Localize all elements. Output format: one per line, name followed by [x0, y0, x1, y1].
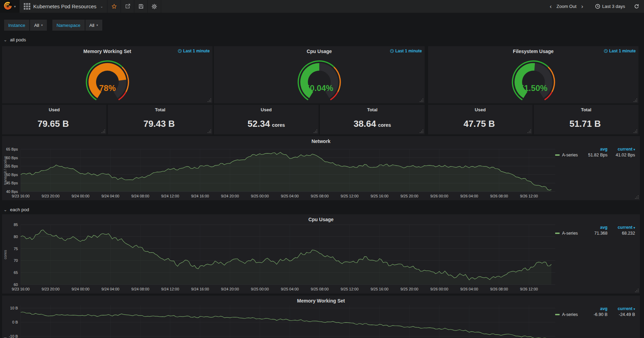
caret-down-icon: ▾ — [41, 23, 43, 27]
gear-icon — [151, 3, 157, 10]
gauge: 50.04% — [293, 55, 345, 107]
x-tick-label: 9/24 04:00 — [102, 194, 120, 198]
dashboard-picker[interactable]: Kubernetes Pod Resources ⌄ — [20, 0, 108, 13]
y-tick-label: 85 — [14, 223, 18, 227]
panel-resize-handle[interactable] — [635, 195, 638, 199]
x-tick-label: 9/24 16:00 — [191, 194, 209, 198]
panel-title[interactable]: Used — [2, 107, 106, 112]
legend-series[interactable]: A-series — [555, 153, 582, 157]
stat-value: 52.34cores — [214, 119, 319, 129]
x-tick-label: 9/26 12:00 — [520, 287, 538, 291]
y-axis-label: transmit / receive — [3, 156, 7, 185]
y-tick-label: 80 — [14, 235, 18, 239]
clock-icon — [595, 4, 600, 9]
panel-title[interactable]: Total — [108, 107, 212, 112]
row-toggle-each-pod[interactable]: ⌄ each pod — [3, 206, 29, 213]
y-tick-label: 10 B — [10, 306, 18, 310]
time-range-button[interactable]: Last 3 days — [595, 4, 625, 9]
legend-sort-current[interactable]: current▾ — [607, 225, 635, 230]
panel-resize-handle[interactable] — [101, 129, 105, 133]
panel-resize-handle[interactable] — [419, 129, 423, 133]
panel-resize-handle[interactable] — [633, 98, 637, 102]
legend-sort-avg[interactable]: avg — [582, 147, 607, 152]
legend-avg-value: 71.368 — [582, 231, 607, 236]
panel-resize-handle[interactable] — [419, 98, 423, 102]
legend-sort-current[interactable]: current▾ — [607, 147, 635, 152]
legend-sort-avg[interactable]: avg — [582, 306, 607, 311]
grafana-logo-icon — [3, 1, 12, 12]
panel-resize-handle[interactable] — [635, 288, 638, 292]
series-color-dash — [555, 233, 560, 234]
legend-series[interactable]: A-series — [555, 231, 582, 236]
x-tick-label: 9/24 20:00 — [221, 287, 239, 291]
svg-text:50.04%: 50.04% — [305, 83, 333, 93]
time-forward-button[interactable]: › — [579, 3, 586, 9]
panel-resize-handle[interactable] — [527, 129, 531, 133]
legend-avg-value: -6.90 B — [582, 312, 607, 317]
variable-dropdown[interactable]: All▾ — [30, 20, 47, 31]
x-tick-label: 9/25 00:00 — [251, 194, 269, 198]
chevron-down-icon: ⌄ — [3, 207, 7, 212]
stat-panel-fs-used: Used 47.75 B — [428, 105, 532, 134]
x-tick-label: 9/23 20:00 — [42, 194, 60, 198]
y-tick-label: 55 Bps — [6, 164, 18, 168]
y-axis-label: cores — [3, 250, 7, 259]
dashboard-grid-icon — [24, 3, 30, 10]
x-tick-label: 9/25 08:00 — [311, 194, 329, 198]
panel-title[interactable]: Total — [320, 107, 425, 112]
series-color-dash — [555, 154, 560, 156]
graph-plot[interactable]: 9/23 16:009/23 20:009/24 00:009/24 04:00… — [2, 136, 640, 200]
caret-down-icon: ▾ — [96, 23, 98, 27]
legend-sort-current[interactable]: current▾ — [607, 306, 635, 311]
panel-time-override: Last 1 minute — [178, 49, 210, 53]
panel-title[interactable]: Used — [214, 107, 319, 112]
refresh-button[interactable] — [634, 4, 639, 9]
y-tick-label: 65 Bps — [6, 147, 18, 151]
variables-bar: Instance All▾ Namespace All▾ — [4, 20, 102, 31]
star-button[interactable] — [107, 0, 121, 13]
clock-icon — [604, 49, 608, 53]
settings-button[interactable] — [148, 0, 161, 13]
stat-value: 79.65 B — [2, 119, 106, 129]
grafana-logo-menu[interactable]: ▾ — [0, 0, 20, 13]
x-tick-label: 9/24 08:00 — [131, 287, 149, 291]
x-tick-label: 9/25 04:00 — [281, 287, 299, 291]
zoom-out-button[interactable]: Zoom Out — [557, 4, 577, 9]
graph-legend: avg current▾ A-series -6.90 B -24.49 B — [555, 306, 635, 317]
share-button[interactable] — [121, 0, 134, 13]
variable-dropdown[interactable]: All▾ — [85, 20, 102, 31]
panel-resize-handle[interactable] — [633, 129, 637, 133]
panel-filesystem-gauge: Filesystem Usage Last 1 minute 51.50% — [428, 46, 638, 103]
x-tick-label: 9/26 00:00 — [430, 287, 448, 291]
x-tick-label: 9/26 04:00 — [460, 287, 478, 291]
graph-canvas: 10 B0 B-10 Bused — [2, 296, 640, 338]
x-tick-label: 9/25 00:00 — [251, 287, 269, 291]
graph-plot[interactable]: 10 B0 B-10 Bused — [2, 296, 640, 338]
row-title: all pods — [10, 37, 26, 42]
save-button[interactable] — [134, 0, 148, 13]
stat-panel-cpu-used: Used 52.34cores — [214, 105, 319, 134]
panel-resize-handle[interactable] — [207, 129, 211, 133]
stat-panel-memory-used: Used 79.65 B — [2, 105, 106, 134]
chevron-down-icon: ⌄ — [3, 38, 7, 42]
legend-sort-avg[interactable]: avg — [582, 225, 607, 230]
panel-title[interactable]: Used — [428, 107, 532, 112]
y-tick-label: 45 Bps — [6, 181, 18, 185]
row-title: each pod — [10, 207, 29, 212]
dashboard-title: Kubernetes Pod Resources — [33, 3, 96, 9]
graph-plot[interactable]: 9/23 16:009/23 20:009/24 00:009/24 04:00… — [2, 214, 640, 294]
x-tick-label: 9/25 08:00 — [311, 287, 329, 291]
stat-value: 79.43 B — [108, 119, 212, 129]
panel-resize-handle[interactable] — [313, 129, 317, 133]
panel-resize-handle[interactable] — [207, 98, 211, 102]
variable-label: Instance — [4, 20, 29, 31]
row-toggle-all-pods[interactable]: ⌄ all pods — [3, 36, 26, 43]
x-tick-label: 9/24 00:00 — [72, 287, 90, 291]
y-tick-label: 40 Bps — [6, 190, 18, 194]
time-back-button[interactable]: ‹ — [547, 3, 554, 9]
panel-title[interactable]: Total — [534, 107, 638, 112]
legend-series[interactable]: A-series — [555, 312, 582, 317]
stat-value: 51.71 B — [534, 119, 638, 129]
x-tick-label: 9/25 16:00 — [371, 194, 388, 198]
panel-time-override: Last 1 minute — [390, 49, 422, 53]
